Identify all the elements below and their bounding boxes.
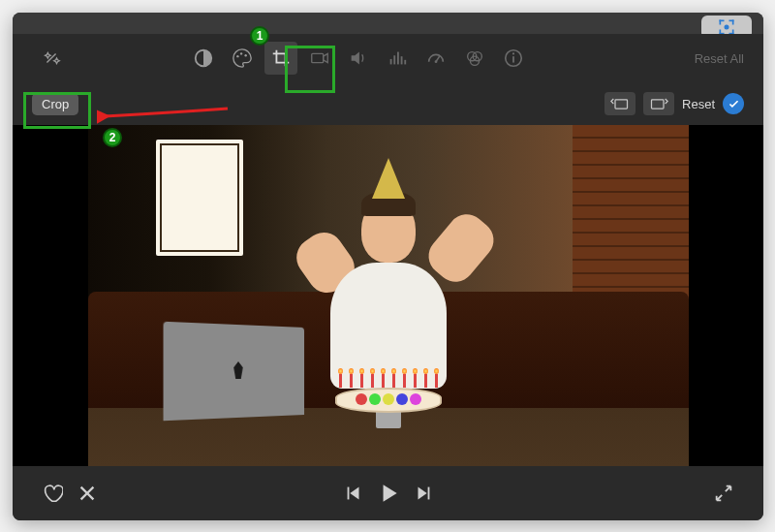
crop-right-controls: Reset <box>604 92 744 115</box>
skip-forward-icon <box>413 483 434 504</box>
svg-rect-14 <box>390 59 392 64</box>
color-filter-button[interactable] <box>458 42 491 75</box>
equalizer-icon <box>387 47 408 69</box>
window-titlebar <box>13 13 763 34</box>
svg-rect-26 <box>615 100 628 109</box>
video-preview-area[interactable] <box>13 125 763 466</box>
stabilization-button[interactable] <box>303 42 336 75</box>
heart-icon <box>42 483 63 504</box>
cake-object <box>335 372 442 413</box>
rotate-ccw-icon <box>610 97 630 110</box>
confirm-button[interactable] <box>723 93 744 114</box>
svg-rect-28 <box>347 487 349 500</box>
color-filter-icon <box>464 47 485 69</box>
speed-button[interactable] <box>419 42 452 75</box>
playback-controls <box>343 481 434 506</box>
fullscreen-icon <box>713 483 734 504</box>
color-palette-icon <box>232 47 253 69</box>
magic-wand-icon <box>41 47 62 69</box>
svg-rect-1 <box>720 20 722 25</box>
reset-crop-button[interactable]: Reset <box>682 97 715 111</box>
svg-rect-27 <box>652 100 665 109</box>
color-palette-button[interactable] <box>226 42 259 75</box>
svg-rect-15 <box>393 55 395 64</box>
person-object <box>301 195 476 389</box>
svg-point-12 <box>244 54 246 56</box>
rotate-cw-button[interactable] <box>643 92 674 115</box>
skip-back-button[interactable] <box>343 483 364 504</box>
playback-bar <box>13 466 763 520</box>
x-icon <box>77 483 98 504</box>
adjustments-toolbar: Reset All <box>13 34 763 82</box>
view-controls <box>713 483 734 504</box>
svg-point-8 <box>725 25 729 30</box>
volume-icon <box>348 47 369 69</box>
svg-point-10 <box>236 55 238 57</box>
checkmark-icon <box>728 98 740 110</box>
svg-rect-13 <box>312 53 324 62</box>
rating-controls <box>42 483 98 504</box>
camera-icon <box>309 47 330 69</box>
info-button[interactable] <box>497 42 530 75</box>
noise-reduction-button[interactable] <box>381 42 414 75</box>
rotate-ccw-button[interactable] <box>604 92 636 115</box>
svg-rect-16 <box>397 52 399 65</box>
fullscreen-button[interactable] <box>713 483 734 504</box>
laptop-object <box>163 322 303 422</box>
svg-rect-17 <box>401 56 403 64</box>
magic-wand-button[interactable] <box>35 42 68 75</box>
video-frame <box>88 125 689 466</box>
color-balance-icon <box>193 47 214 69</box>
svg-point-25 <box>512 52 514 54</box>
svg-rect-24 <box>512 56 514 62</box>
svg-point-19 <box>435 60 438 63</box>
play-icon <box>376 481 401 506</box>
svg-point-11 <box>240 52 242 54</box>
reset-all-button[interactable]: Reset All <box>695 51 744 66</box>
skip-back-icon <box>343 483 364 504</box>
play-button[interactable] <box>376 481 401 506</box>
rotate-cw-icon <box>649 97 668 110</box>
svg-rect-29 <box>427 487 429 500</box>
info-icon <box>503 47 524 69</box>
crop-options-bar: Crop Reset <box>13 82 763 125</box>
video-editor-window: Reset All Crop Reset <box>13 13 763 520</box>
svg-rect-3 <box>732 20 734 25</box>
svg-rect-18 <box>404 60 406 65</box>
volume-button[interactable] <box>342 42 375 75</box>
skip-forward-button[interactable] <box>413 483 434 504</box>
favorite-button[interactable] <box>42 483 63 504</box>
color-balance-button[interactable] <box>187 42 220 75</box>
reject-button[interactable] <box>77 483 98 504</box>
crop-icon <box>270 47 292 69</box>
crop-tool-button[interactable] <box>264 42 297 75</box>
crop-mode-button[interactable]: Crop <box>32 93 78 115</box>
speedometer-icon <box>425 47 447 69</box>
